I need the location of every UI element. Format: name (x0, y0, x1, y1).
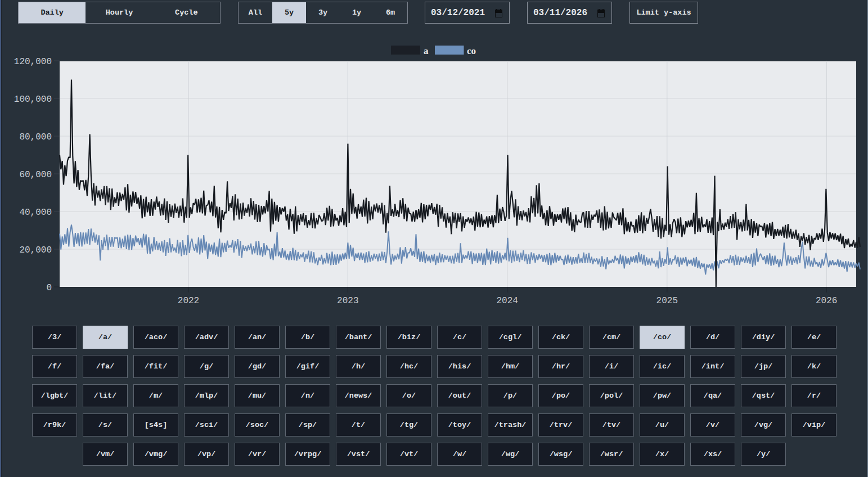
svg-text:100,000: 100,000 (14, 94, 52, 105)
svg-text:a: a (424, 46, 429, 56)
svg-text:120,000: 120,000 (14, 57, 52, 67)
svg-text:co: co (467, 46, 476, 56)
svg-text:2024: 2024 (496, 296, 518, 306)
svg-text:40,000: 40,000 (19, 208, 52, 218)
svg-text:60,000: 60,000 (19, 170, 52, 180)
svg-text:20,000: 20,000 (19, 245, 52, 255)
svg-text:80,000: 80,000 (19, 132, 52, 142)
svg-text:0: 0 (46, 283, 52, 293)
svg-text:2026: 2026 (816, 296, 837, 306)
svg-text:2022: 2022 (178, 296, 199, 306)
svg-text:2025: 2025 (656, 296, 678, 306)
svg-text:2023: 2023 (337, 296, 358, 306)
